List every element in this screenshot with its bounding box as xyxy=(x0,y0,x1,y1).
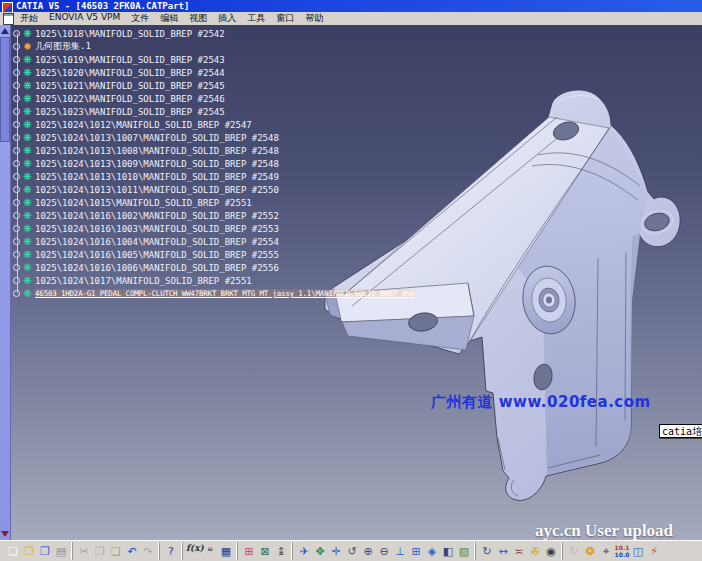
tree-node-handle[interactable] xyxy=(13,56,20,63)
tree-item[interactable]: ❋1025\1024\1013\1009\MANIFOLD_SOLID_BREP… xyxy=(12,157,415,170)
tree-node-handle[interactable] xyxy=(13,251,20,258)
tree-node-handle[interactable] xyxy=(13,69,20,76)
menu-item-8[interactable]: 帮助 xyxy=(305,12,323,25)
render-style-icon[interactable]: ▧ xyxy=(456,543,472,560)
tree-item[interactable]: ❋1025\1024\1016\1005\MANIFOLD_SOLID_BREP… xyxy=(12,248,415,261)
zoom-in-icon[interactable]: ⊕ xyxy=(360,543,376,560)
sectioning-icon[interactable]: ⚡ xyxy=(646,543,662,560)
catalog-icon[interactable]: ◫ xyxy=(630,543,646,560)
normal-view-icon[interactable]: ⊥ xyxy=(392,543,408,560)
solid-brep-icon: ❋ xyxy=(22,171,33,182)
tree-node-handle[interactable] xyxy=(13,290,20,297)
compass-icon[interactable]: ❂ xyxy=(582,543,598,560)
fit-all-icon[interactable]: ✥ xyxy=(312,543,328,560)
tree-item[interactable]: ✹几何图形集.1 xyxy=(12,40,415,53)
shading-icon[interactable]: ◧ xyxy=(440,543,456,560)
tree-node-handle[interactable] xyxy=(13,186,20,193)
tree-item[interactable]: ❋1025\1024\1016\1003\MANIFOLD_SOLID_BREP… xyxy=(12,222,415,235)
iso-view-icon[interactable]: ◈ xyxy=(424,543,440,560)
tree-item-label: 1025\1024\1013\1010\MANIFOLD_SOLID_BREP … xyxy=(35,172,279,182)
tree-item-label: 1025\1018\MANIFOLD_SOLID_BREP #2542 xyxy=(35,29,225,39)
screen-rotate-icon[interactable]: ↻ xyxy=(479,543,495,560)
measure-between-icon[interactable]: ≍ xyxy=(511,543,527,560)
tree-node-handle[interactable] xyxy=(13,225,20,232)
refresh-icon[interactable]: ↻ xyxy=(566,543,582,560)
tree-item[interactable]: ❋1025\1018\MANIFOLD_SOLID_BREP #2542 xyxy=(12,27,415,40)
menu-item-1[interactable]: ENOVIA V5 VPM xyxy=(49,12,120,25)
lock-icon[interactable]: ✇ xyxy=(527,543,543,560)
tree-node-handle[interactable] xyxy=(13,199,20,206)
tree-item[interactable]: ❋1025\1024\1016\1004\MANIFOLD_SOLID_BREP… xyxy=(12,235,415,248)
tree-item[interactable]: ❋1025\1023\MANIFOLD_SOLID_BREP #2545 xyxy=(12,105,415,118)
tree-node-handle[interactable] xyxy=(13,212,20,219)
tree-node-handle[interactable] xyxy=(13,108,20,115)
tree-item[interactable]: ❋1025\1024\1012\MANIFOLD_SOLID_BREP #254… xyxy=(12,118,415,131)
tree-node-handle[interactable] xyxy=(13,95,20,102)
menu-item-0[interactable]: 开始 xyxy=(20,12,38,25)
tree-node-handle[interactable] xyxy=(13,43,20,50)
units-icon[interactable]: 10.110.0 xyxy=(614,543,630,560)
fly-mode-icon[interactable]: ✈ xyxy=(296,543,312,560)
menu-item-4[interactable]: 视图 xyxy=(189,12,207,25)
exploded-view-icon[interactable]: ↨ xyxy=(273,543,289,560)
multi-view-icon[interactable]: ⊞ xyxy=(408,543,424,560)
tree-item[interactable]: ❋1025\1024\1013\1011\MANIFOLD_SOLID_BREP… xyxy=(12,183,415,196)
menu-item-6[interactable]: 工具 xyxy=(247,12,265,25)
product-structure-icon[interactable]: ⊞ xyxy=(241,543,257,560)
tree-node-handle[interactable] xyxy=(13,277,20,284)
tree-node-handle[interactable] xyxy=(13,30,20,37)
tree-item[interactable]: ❋1025\1022\MANIFOLD_SOLID_BREP #2546 xyxy=(12,92,415,105)
tree-item[interactable]: ❋1025\1024\1015\MANIFOLD_SOLID_BREP #255… xyxy=(12,196,415,209)
tree-item[interactable]: ❋1025\1024\1017\MANIFOLD_SOLID_BREP #255… xyxy=(12,274,415,287)
menu-item-5[interactable]: 插入 xyxy=(218,12,236,25)
solid-brep-icon: ❋ xyxy=(22,184,33,195)
grid-icon[interactable]: ▦ xyxy=(218,543,234,560)
annotation-icon[interactable]: ❝ xyxy=(202,543,218,560)
tree-node-handle[interactable] xyxy=(13,264,20,271)
undo-icon[interactable]: ↶ xyxy=(124,543,140,560)
menu-item-7[interactable]: 窗口 xyxy=(276,12,294,25)
tree-node-handle[interactable] xyxy=(13,238,20,245)
tree-item[interactable]: ❋1025\1024\1013\1007\MANIFOLD_SOLID_BREP… xyxy=(12,131,415,144)
cut-icon[interactable]: ✂ xyxy=(76,543,92,560)
tree-item[interactable]: ❋1025\1019\MANIFOLD_SOLID_BREP #2543 xyxy=(12,53,415,66)
tree-node-handle[interactable] xyxy=(13,160,20,167)
pan-icon[interactable]: ✛ xyxy=(328,543,344,560)
tree-item[interactable]: ❋1025\1021\MANIFOLD_SOLID_BREP #2545 xyxy=(12,79,415,92)
tree-item[interactable]: ❋1025\1024\1013\1008\MANIFOLD_SOLID_BREP… xyxy=(12,144,415,157)
constraints-icon[interactable]: ⊠ xyxy=(257,543,273,560)
print-icon[interactable]: ▤ xyxy=(53,543,69,560)
viewport-3d[interactable]: ❋1025\1018\MANIFOLD_SOLID_BREP #2542✹几何图… xyxy=(0,25,702,540)
measure-icon[interactable]: ↔ xyxy=(495,543,511,560)
title-bar[interactable]: CATIA V5 - [46503 2FK0A.CATPart] xyxy=(0,0,702,12)
copy-icon[interactable]: ❐ xyxy=(92,543,108,560)
tree-node-handle[interactable] xyxy=(13,147,20,154)
document-icon[interactable] xyxy=(3,13,14,25)
menu-item-2[interactable]: 文件 xyxy=(131,12,149,25)
tree-item[interactable]: ❋1025\1020\MANIFOLD_SOLID_BREP #2544 xyxy=(12,66,415,79)
tree-item[interactable]: ❋1025\1024\1016\1002\MANIFOLD_SOLID_BREP… xyxy=(12,209,415,222)
save-icon[interactable]: ❒ xyxy=(37,543,53,560)
paste-icon[interactable]: ❑ xyxy=(108,543,124,560)
solid-brep-icon: ❋ xyxy=(22,158,33,169)
tree-node-handle[interactable] xyxy=(13,173,20,180)
tree-node-handle[interactable] xyxy=(13,82,20,89)
axis-system-icon[interactable]: ⌖ xyxy=(598,543,614,560)
context-help-icon[interactable]: ? xyxy=(163,543,179,560)
tree-item[interactable]: ❋1025\1024\1016\1006\MANIFOLD_SOLID_BREP… xyxy=(12,261,415,274)
menu-item-3[interactable]: 编辑 xyxy=(160,12,178,25)
tree-node-handle[interactable] xyxy=(13,134,20,141)
open-folder-icon[interactable]: ❐ xyxy=(21,543,37,560)
redo-icon[interactable]: ↷ xyxy=(140,543,156,560)
rotate-icon[interactable]: ↺ xyxy=(344,543,360,560)
new-document-icon[interactable]: ❏ xyxy=(5,543,21,560)
tree-item-label: 几何图形集.1 xyxy=(35,40,91,53)
tree-item[interactable]: ❋1025\1024\1013\1010\MANIFOLD_SOLID_BREP… xyxy=(12,170,415,183)
tree-item[interactable]: ❋46503 1HD2A-G1 PEDAL COMPL-CLUTCH WW47B… xyxy=(12,287,415,300)
tree-node-handle[interactable] xyxy=(13,121,20,128)
tree-item-label: 1025\1024\1017\MANIFOLD_SOLID_BREP #2551 xyxy=(35,276,252,286)
camera-icon[interactable]: ◉ xyxy=(543,543,559,560)
formula-icon[interactable]: f(x) xyxy=(186,543,202,560)
zoom-out-icon[interactable]: ⊖ xyxy=(376,543,392,560)
solid-brep-icon: ❋ xyxy=(22,119,33,130)
